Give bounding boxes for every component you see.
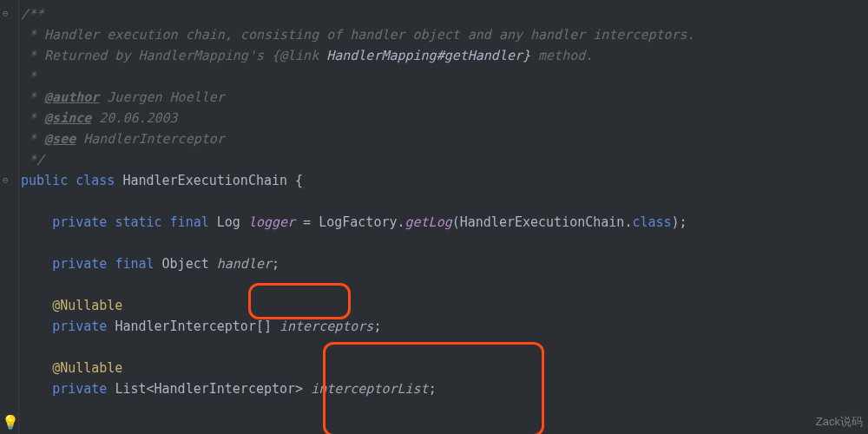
- code-text: ;: [373, 319, 381, 334]
- type-name: Log: [217, 214, 240, 230]
- keyword: private: [52, 256, 107, 272]
- code-text: =: [295, 214, 319, 230]
- intention-bulb-icon[interactable]: 💡: [2, 412, 19, 433]
- fold-icon[interactable]: ⊖: [3, 170, 9, 191]
- type-name: Object: [162, 256, 209, 272]
- code-text: Juergen Hoeller: [99, 89, 225, 105]
- keyword: static: [115, 214, 161, 230]
- field-name: interceptors: [279, 319, 373, 334]
- keyword: public: [21, 173, 68, 188]
- code-text: 20.06.2003: [91, 110, 177, 126]
- highlight-box: [323, 342, 544, 434]
- code-text: method.: [530, 48, 593, 63]
- fold-icon[interactable]: ⊖: [3, 3, 9, 24]
- javadoc-since-tag: @since: [44, 110, 91, 126]
- method-name: getLog: [405, 214, 452, 230]
- keyword: private: [52, 381, 107, 397]
- code-text: {@link: [272, 48, 319, 63]
- code-text: HandlerInterceptor: [76, 131, 225, 147]
- annotation: @Nullable: [52, 360, 122, 376]
- editor-gutter: ⊖ ⊖ 💡: [0, 0, 19, 434]
- keyword: private: [52, 319, 107, 334]
- type-name: HandlerInterceptor: [155, 381, 296, 397]
- code-text: ;: [272, 256, 279, 272]
- code-text: * Returned by HandlerMapping's: [21, 48, 272, 63]
- keyword: class: [632, 214, 671, 230]
- code-text: * Handler execution chain, consisting of…: [21, 27, 695, 43]
- field-name: logger: [248, 214, 295, 230]
- code-text: *: [21, 69, 36, 84]
- type-name: HandlerInterceptor[]: [115, 319, 272, 334]
- keyword: private: [52, 214, 107, 230]
- code-text: (HandlerExecutionChain.: [452, 214, 633, 230]
- javadoc-link[interactable]: HandlerMapping#getHandler}: [319, 48, 530, 63]
- field-name: handler: [217, 256, 272, 272]
- type-name: LogFactory: [319, 214, 397, 230]
- class-name: HandlerExecutionChain: [122, 173, 287, 188]
- keyword: class: [76, 173, 115, 188]
- highlight-box: [248, 283, 351, 319]
- code-editor[interactable]: /** * Handler execution chain, consistin…: [19, 3, 695, 399]
- annotation: @Nullable: [52, 298, 122, 313]
- code-text: {: [287, 173, 303, 188]
- code-text: );: [672, 214, 687, 230]
- type-name: List<: [115, 381, 154, 397]
- keyword: final: [170, 214, 209, 230]
- javadoc-see-tag: @see: [44, 131, 76, 147]
- code-text: /**: [21, 6, 44, 22]
- code-text: */: [21, 152, 44, 168]
- watermark: Zack说码: [816, 411, 863, 432]
- keyword: final: [115, 256, 154, 272]
- type-name: >: [295, 381, 303, 397]
- javadoc-author-tag: @author: [44, 89, 99, 105]
- code-text: .: [398, 214, 405, 230]
